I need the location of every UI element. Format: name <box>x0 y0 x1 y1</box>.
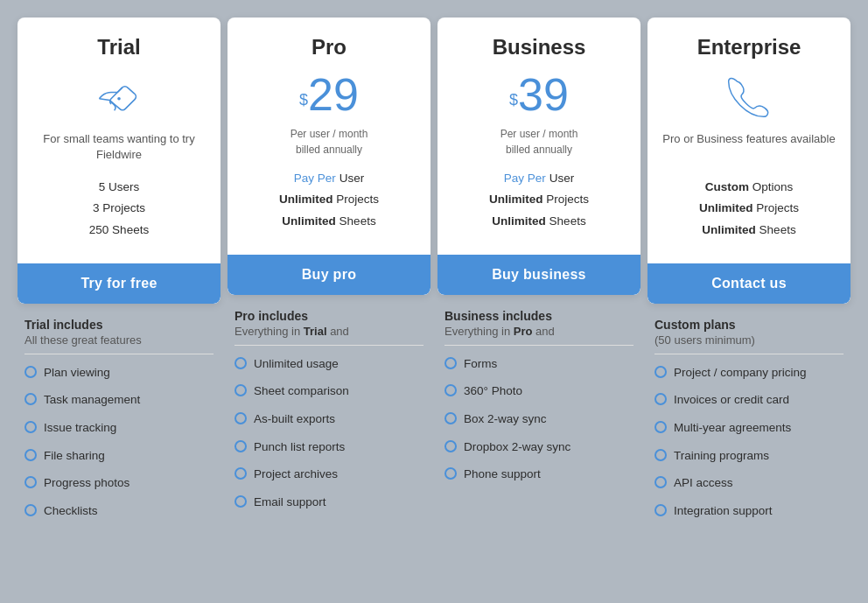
business-cta-button[interactable]: Buy business <box>438 255 640 295</box>
list-item: Checklists <box>24 503 214 519</box>
trial-plan-name: Trial <box>32 35 206 60</box>
business-card: Business $39 Per user / monthbilled annu… <box>438 18 640 295</box>
bullet-icon <box>444 467 457 480</box>
bullet-icon <box>444 440 457 452</box>
trial-icon-area <box>32 72 206 121</box>
pro-plan-name: Pro <box>242 35 416 60</box>
bullet-icon <box>654 449 667 461</box>
bullet-icon <box>654 476 667 488</box>
enterprise-features-title: Custom plans <box>654 318 844 332</box>
bullet-icon <box>24 449 37 461</box>
list-item: Sheet comparison <box>234 383 424 399</box>
list-item: File sharing <box>24 448 214 464</box>
business-column: Business $39 Per user / monthbilled annu… <box>434 14 644 534</box>
pro-plan-stats: Pay Per User Unlimited Projects Unlimite… <box>242 168 416 232</box>
bullet-icon <box>234 357 247 369</box>
list-item: Multi-year agreements <box>654 420 844 436</box>
bullet-icon <box>24 504 37 516</box>
list-item: Integration support <box>654 503 844 519</box>
bullet-icon <box>24 421 37 433</box>
phone-icon <box>725 74 773 118</box>
business-price-dollar: $ <box>509 91 518 109</box>
svg-point-0 <box>117 97 121 101</box>
enterprise-plan-desc: Pro or Business features available <box>662 131 836 165</box>
trial-card-body: Trial For small teams wanting to try Fie… <box>18 18 220 255</box>
trial-cta-button[interactable]: Try for free <box>18 263 220 304</box>
trial-feature-list: Plan viewing Task management Issue track… <box>24 365 214 518</box>
bullet-icon <box>234 495 247 508</box>
list-item: Punch list reports <box>234 439 424 455</box>
trial-divider <box>24 354 214 354</box>
business-plan-name: Business <box>452 35 626 60</box>
business-price-number: 39 <box>518 69 569 120</box>
trial-plan-stats: 5 Users3 Projects250 Sheets <box>32 177 206 241</box>
list-item: Task management <box>24 392 214 408</box>
trial-card: Trial For small teams wanting to try Fie… <box>18 18 220 304</box>
pro-feature-list: Unlimited usage Sheet comparison As-buil… <box>234 356 424 509</box>
list-item: Issue tracking <box>24 420 214 436</box>
bullet-icon <box>444 412 457 424</box>
enterprise-features-section: Custom plans (50 users minimum) Project … <box>648 304 850 530</box>
trial-plan-desc: For small teams wanting to try Fieldwire <box>32 131 206 165</box>
bullet-icon <box>234 440 247 452</box>
bullet-icon <box>24 366 37 378</box>
business-divider <box>444 345 634 346</box>
bullet-icon <box>444 357 457 369</box>
list-item: Phone support <box>444 466 634 482</box>
bullet-icon <box>654 421 667 433</box>
bullet-icon <box>444 384 457 396</box>
pro-features-title: Pro includes <box>234 309 424 323</box>
pro-price-billing: Per user / monthbilled annually <box>242 126 416 158</box>
pro-column: Pro $29 Per user / monthbilled annually … <box>224 14 434 534</box>
list-item: Forms <box>444 356 634 372</box>
business-features-section: Business includes Everything in Pro and … <box>438 295 640 494</box>
enterprise-card-body: Enterprise Pro or Business features avai… <box>648 18 850 255</box>
list-item: Email support <box>234 494 424 510</box>
bullet-icon <box>654 504 667 516</box>
trial-features-subtitle: All these great features <box>24 333 214 347</box>
pro-card: Pro $29 Per user / monthbilled annually … <box>228 18 430 295</box>
pro-card-body: Pro $29 Per user / monthbilled annually … <box>228 18 430 246</box>
bullet-icon <box>24 393 37 405</box>
trial-column: Trial For small teams wanting to try Fie… <box>14 14 224 534</box>
bullet-icon <box>654 393 667 405</box>
pro-cta-button[interactable]: Buy pro <box>228 255 430 295</box>
business-price-billing: Per user / monthbilled annually <box>452 126 626 158</box>
handshake-icon <box>95 74 143 118</box>
pro-price-area: $29 <box>242 72 416 117</box>
pro-divider <box>234 345 424 346</box>
list-item: 360° Photo <box>444 383 634 399</box>
list-item: As-built exports <box>234 411 424 427</box>
bullet-icon <box>24 476 37 488</box>
pro-price-number: 29 <box>308 69 359 120</box>
list-item: Box 2-way sync <box>444 411 634 427</box>
list-item: Project / company pricing <box>654 365 844 381</box>
bullet-icon <box>654 366 667 378</box>
enterprise-icon-area <box>662 72 836 121</box>
enterprise-plan-stats: Custom Options Unlimited Projects Unlimi… <box>662 177 836 241</box>
enterprise-cta-button[interactable]: Contact us <box>648 263 850 304</box>
list-item: Project archives <box>234 466 424 482</box>
enterprise-plan-name: Enterprise <box>662 35 836 60</box>
trial-features-section: Trial includes All these great features … <box>18 304 220 530</box>
bullet-icon <box>234 467 247 480</box>
enterprise-features-subtitle: (50 users minimum) <box>654 333 844 347</box>
enterprise-divider <box>654 354 844 354</box>
list-item: Progress photos <box>24 475 214 491</box>
list-item: Unlimited usage <box>234 356 424 372</box>
business-plan-stats: Pay Per User Unlimited Projects Unlimite… <box>452 168 626 232</box>
pro-features-subtitle: Everything in Trial and <box>234 325 424 338</box>
business-feature-list: Forms 360° Photo Box 2-way sync Dropbox … <box>444 356 634 482</box>
list-item: Plan viewing <box>24 365 214 381</box>
business-card-body: Business $39 Per user / monthbilled annu… <box>438 18 640 246</box>
business-features-subtitle: Everything in Pro and <box>444 325 634 338</box>
bullet-icon <box>234 412 247 424</box>
list-item: Invoices or credit card <box>654 392 844 408</box>
business-features-title: Business includes <box>444 309 634 323</box>
enterprise-feature-list: Project / company pricing Invoices or cr… <box>654 365 844 518</box>
enterprise-card: Enterprise Pro or Business features avai… <box>648 18 850 304</box>
business-price-area: $39 <box>452 72 626 117</box>
pricing-container: Trial For small teams wanting to try Fie… <box>14 14 854 534</box>
trial-features-title: Trial includes <box>24 318 214 332</box>
pro-features-section: Pro includes Everything in Trial and Unl… <box>228 295 430 522</box>
